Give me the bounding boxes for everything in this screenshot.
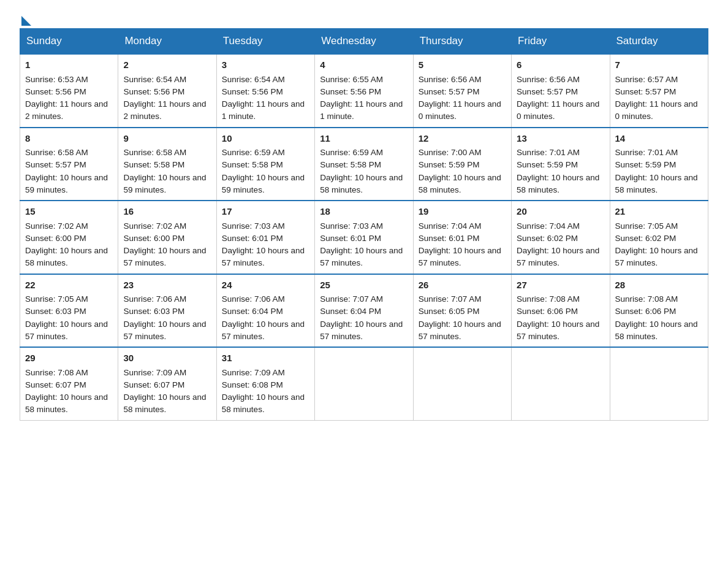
calendar-week-row: 15Sunrise: 7:02 AMSunset: 6:00 PMDayligh… [20,201,708,274]
calendar-cell: 11Sunrise: 6:59 AMSunset: 5:58 PMDayligh… [315,128,413,201]
sunrise-text: Sunrise: 7:02 AM [123,221,186,231]
sunset-text: Sunset: 6:03 PM [123,307,184,316]
daylight-text: Daylight: 10 hours and 58 minutes. [517,173,599,194]
calendar-cell: 17Sunrise: 7:03 AMSunset: 6:01 PMDayligh… [216,201,314,274]
daylight-text: Daylight: 10 hours and 58 minutes. [419,173,501,194]
calendar-cell [512,347,610,420]
calendar-cell: 28Sunrise: 7:08 AMSunset: 6:06 PMDayligh… [610,274,708,348]
sunrise-text: Sunrise: 6:57 AM [615,75,678,84]
daylight-text: Daylight: 10 hours and 58 minutes. [222,393,305,414]
sunset-text: Sunset: 6:06 PM [615,307,677,316]
daylight-text: Daylight: 11 hours and 2 minutes. [25,99,108,121]
weekday-header-wednesday: Wednesday [315,29,413,55]
day-number: 16 [123,205,211,219]
daylight-text: Daylight: 11 hours and 0 minutes. [419,99,501,121]
page-header [20,15,708,21]
day-number: 28 [615,278,703,293]
calendar-cell: 19Sunrise: 7:04 AMSunset: 6:01 PMDayligh… [413,201,511,274]
daylight-text: Daylight: 10 hours and 59 minutes. [123,173,206,194]
calendar-cell: 8Sunrise: 6:58 AMSunset: 5:57 PMDaylight… [20,128,118,201]
weekday-header-saturday: Saturday [610,29,708,55]
sunrise-text: Sunrise: 6:58 AM [123,148,186,157]
day-number: 13 [517,132,604,146]
weekday-header-row: SundayMondayTuesdayWednesdayThursdayFrid… [20,29,708,55]
calendar-cell [610,347,708,420]
day-number: 18 [320,205,408,219]
sunset-text: Sunset: 6:00 PM [25,234,86,243]
day-number: 14 [615,132,703,146]
sunset-text: Sunset: 5:59 PM [615,160,677,169]
sunrise-text: Sunrise: 7:08 AM [615,294,678,304]
sunrise-text: Sunrise: 7:04 AM [419,221,482,231]
daylight-text: Daylight: 10 hours and 58 minutes. [320,173,403,194]
calendar-cell [413,347,511,420]
sunset-text: Sunset: 6:01 PM [222,234,283,243]
sunrise-text: Sunrise: 6:55 AM [320,75,383,84]
sunrise-text: Sunrise: 7:09 AM [222,368,285,377]
sunset-text: Sunset: 6:04 PM [222,307,283,316]
day-number: 27 [517,278,604,293]
daylight-text: Daylight: 10 hours and 58 minutes. [615,173,698,194]
sunrise-text: Sunrise: 7:08 AM [517,294,580,304]
sunset-text: Sunset: 5:59 PM [517,160,578,169]
calendar-cell: 26Sunrise: 7:07 AMSunset: 6:05 PMDayligh… [413,274,511,348]
sunrise-text: Sunrise: 7:06 AM [123,294,186,304]
sunrise-text: Sunrise: 6:54 AM [123,75,186,84]
calendar-cell: 4Sunrise: 6:55 AMSunset: 5:56 PMDaylight… [315,54,413,128]
calendar-cell: 20Sunrise: 7:04 AMSunset: 6:02 PMDayligh… [512,201,610,274]
weekday-header-friday: Friday [512,29,610,55]
day-number: 12 [419,132,506,146]
daylight-text: Daylight: 11 hours and 1 minute. [222,99,305,121]
sunrise-text: Sunrise: 7:05 AM [615,221,678,231]
daylight-text: Daylight: 10 hours and 57 minutes. [615,246,698,267]
sunset-text: Sunset: 6:02 PM [615,234,677,243]
sunrise-text: Sunrise: 7:03 AM [320,221,383,231]
day-number: 9 [123,132,211,146]
sunrise-text: Sunrise: 7:08 AM [25,368,88,377]
calendar-cell: 6Sunrise: 6:56 AMSunset: 5:57 PMDaylight… [512,54,610,128]
sunrise-text: Sunrise: 6:59 AM [222,148,285,157]
daylight-text: Daylight: 10 hours and 57 minutes. [419,246,501,267]
sunset-text: Sunset: 6:07 PM [123,380,184,389]
sunset-text: Sunset: 5:57 PM [615,87,677,96]
sunset-text: Sunset: 6:01 PM [320,234,381,243]
calendar-week-row: 8Sunrise: 6:58 AMSunset: 5:57 PMDaylight… [20,128,708,201]
calendar-cell: 30Sunrise: 7:09 AMSunset: 6:07 PMDayligh… [118,347,216,420]
day-number: 6 [517,58,604,72]
sunset-text: Sunset: 5:56 PM [123,87,184,96]
sunrise-text: Sunrise: 7:07 AM [320,294,383,304]
sunrise-text: Sunrise: 7:01 AM [517,148,580,157]
sunset-text: Sunset: 6:01 PM [419,234,480,243]
daylight-text: Daylight: 11 hours and 1 minute. [320,99,403,121]
sunset-text: Sunset: 6:02 PM [517,234,578,243]
weekday-header-sunday: Sunday [20,29,118,55]
calendar-cell: 27Sunrise: 7:08 AMSunset: 6:06 PMDayligh… [512,274,610,348]
calendar-cell: 3Sunrise: 6:54 AMSunset: 5:56 PMDaylight… [216,54,314,128]
calendar-cell: 22Sunrise: 7:05 AMSunset: 6:03 PMDayligh… [20,274,118,348]
day-number: 11 [320,132,408,146]
sunset-text: Sunset: 6:06 PM [517,307,578,316]
weekday-header-thursday: Thursday [413,29,511,55]
calendar-table: SundayMondayTuesdayWednesdayThursdayFrid… [20,28,708,421]
calendar-cell: 1Sunrise: 6:53 AMSunset: 5:56 PMDaylight… [20,54,118,128]
sunset-text: Sunset: 5:59 PM [419,160,480,169]
sunrise-text: Sunrise: 7:01 AM [615,148,678,157]
day-number: 4 [320,58,408,72]
weekday-header-tuesday: Tuesday [216,29,314,55]
sunset-text: Sunset: 6:03 PM [25,307,86,316]
logo-triangle-icon [21,16,31,26]
sunrise-text: Sunrise: 7:06 AM [222,294,285,304]
daylight-text: Daylight: 11 hours and 0 minutes. [615,99,698,121]
day-number: 19 [419,205,506,219]
day-number: 22 [25,278,113,293]
sunrise-text: Sunrise: 7:00 AM [419,148,482,157]
sunrise-text: Sunrise: 7:04 AM [517,221,580,231]
daylight-text: Daylight: 11 hours and 2 minutes. [123,99,206,121]
day-number: 20 [517,205,604,219]
sunset-text: Sunset: 6:00 PM [123,234,184,243]
sunset-text: Sunset: 5:58 PM [222,160,283,169]
day-number: 10 [222,132,309,146]
day-number: 7 [615,58,703,72]
sunrise-text: Sunrise: 7:05 AM [25,294,88,304]
calendar-cell: 14Sunrise: 7:01 AMSunset: 5:59 PMDayligh… [610,128,708,201]
